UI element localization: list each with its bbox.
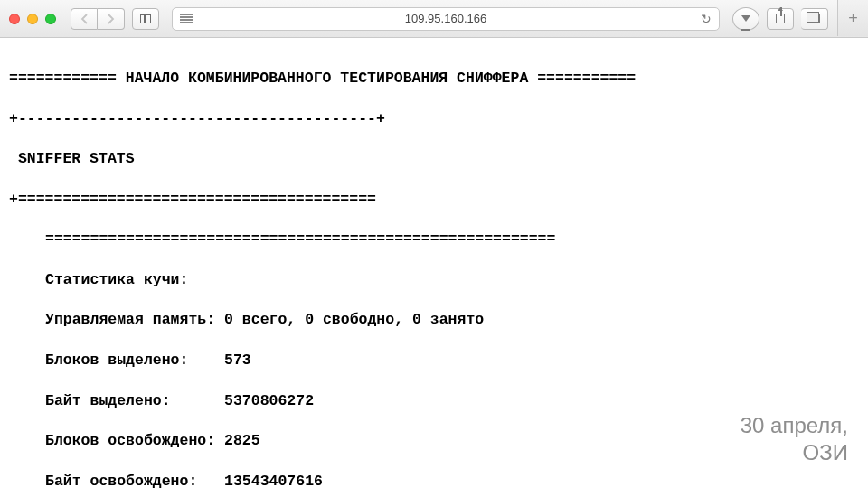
tabs-icon (809, 14, 820, 23)
right-toolbar (732, 7, 828, 31)
maximize-window-button[interactable] (45, 14, 56, 24)
reload-icon[interactable]: ↻ (701, 12, 712, 26)
minimize-window-button[interactable] (27, 14, 38, 24)
share-icon (776, 14, 785, 23)
heap-bytes-freed: Байт освобождено: 13543407616 (45, 472, 859, 488)
overlay-line1: 30 апреля, (741, 412, 848, 439)
value: 573 (224, 352, 251, 369)
value: 13543407616 (224, 473, 323, 488)
chevron-right-icon (107, 14, 115, 24)
box-bottom: +=======================================… (9, 190, 859, 210)
heap-blocks-freed: Блоков освобождено: 2825 (45, 431, 859, 451)
heap-bytes-alloc: Байт выделено: 5370806272 (45, 391, 859, 411)
value: 5370806272 (224, 392, 314, 409)
sidebar-icon (140, 14, 151, 23)
header-line: ============ НАЧАЛО КОМБИНИРОВАННОГО ТЕС… (9, 69, 859, 89)
traffic-lights (9, 14, 56, 24)
nav-buttons (71, 8, 125, 30)
download-icon (741, 15, 750, 22)
box-title: SNIFFER STATS (9, 149, 859, 169)
reader-icon (180, 14, 193, 23)
share-button[interactable] (767, 8, 794, 30)
value: 2825 (224, 432, 260, 449)
label: Байт освобождено: (45, 473, 197, 488)
sidebar-toggle-button[interactable] (132, 8, 159, 30)
tabs-button[interactable] (801, 8, 828, 30)
close-window-button[interactable] (9, 14, 20, 24)
titlebar: 109.95.160.166 ↻ + (0, 0, 868, 38)
page-content: ============ НАЧАЛО КОМБИНИРОВАННОГО ТЕС… (0, 38, 868, 488)
rule: ============ (9, 70, 117, 87)
address-text: 109.95.160.166 (405, 12, 486, 25)
rule: =========== (537, 70, 636, 87)
downloads-button[interactable] (732, 7, 760, 31)
new-tab-button[interactable]: + (837, 0, 868, 36)
page-title: НАЧАЛО КОМБИНИРОВАННОГО ТЕСТИРОВАНИЯ СНИ… (117, 70, 537, 87)
overlay-line2: ОЗИ (741, 439, 848, 466)
value: 0 всего, 0 свободно, 0 занято (224, 311, 484, 328)
forward-button[interactable] (98, 8, 125, 30)
heap-mem: Управляемая память: 0 всего, 0 свободно,… (45, 310, 859, 330)
heap-blocks-alloc: Блоков выделено: 573 (45, 351, 859, 371)
rule: ========================================… (45, 230, 859, 249)
safari-window: 109.95.160.166 ↻ + ============ НАЧАЛО К… (0, 0, 868, 488)
label: Байт выделено: (45, 392, 171, 409)
label: Управляемая память: (45, 311, 215, 328)
chevron-left-icon (80, 14, 89, 24)
address-bar[interactable]: 109.95.160.166 ↻ (172, 7, 720, 31)
label: Блоков выделено: (45, 352, 188, 369)
box-top: +---------------------------------------… (9, 109, 859, 129)
label: Блоков освобождено: (45, 432, 215, 449)
heap-title: Статистика кучи: (45, 270, 859, 290)
back-button[interactable] (71, 8, 98, 30)
date-overlay: 30 апреля, ОЗИ (741, 412, 848, 466)
